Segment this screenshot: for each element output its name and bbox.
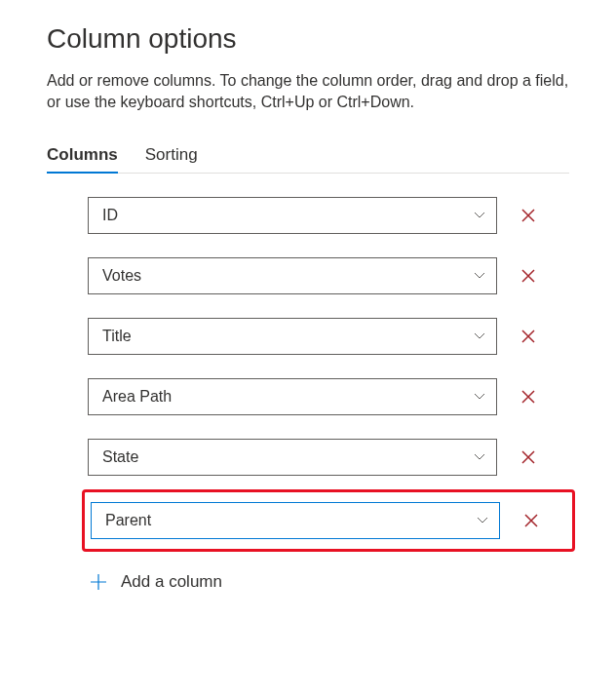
column-select-label: Title: [102, 328, 132, 345]
column-select[interactable]: ID: [88, 197, 497, 234]
remove-column-button[interactable]: [515, 383, 542, 410]
chevron-down-icon: [473, 390, 486, 404]
column-row: State: [88, 439, 569, 476]
column-select-label: Parent: [105, 512, 151, 529]
chevron-down-icon: [473, 209, 486, 222]
chevron-down-icon: [473, 330, 486, 343]
column-select-label: ID: [102, 207, 118, 224]
column-select[interactable]: State: [88, 439, 497, 476]
column-row: Parent: [91, 502, 566, 539]
column-select-label: State: [102, 448, 138, 466]
plus-icon: [88, 571, 109, 593]
remove-column-button[interactable]: [515, 262, 542, 290]
column-select-label: Votes: [102, 267, 141, 285]
remove-column-button[interactable]: [518, 507, 545, 534]
columns-list: ID Votes Title: [47, 197, 569, 593]
chevron-down-icon: [473, 450, 486, 464]
column-select-label: Area Path: [102, 388, 172, 406]
add-column-button[interactable]: Add a column: [88, 571, 569, 593]
tabs: Columns Sorting: [47, 141, 569, 174]
column-row: Title: [88, 318, 569, 355]
column-select[interactable]: Area Path: [88, 378, 497, 415]
column-select[interactable]: Votes: [88, 257, 497, 294]
page-title: Column options: [47, 23, 569, 55]
page-description: Add or remove columns. To change the col…: [47, 70, 569, 114]
column-row: Votes: [88, 257, 569, 294]
tab-sorting[interactable]: Sorting: [145, 141, 198, 173]
column-select[interactable]: Parent: [91, 502, 500, 539]
column-row: ID: [88, 197, 569, 234]
column-row: Area Path: [88, 378, 569, 415]
chevron-down-icon: [473, 269, 486, 283]
remove-column-button[interactable]: [515, 444, 542, 471]
remove-column-button[interactable]: [515, 202, 542, 229]
chevron-down-icon: [476, 514, 489, 527]
remove-column-button[interactable]: [515, 323, 542, 350]
column-select[interactable]: Title: [88, 318, 497, 355]
tab-columns[interactable]: Columns: [47, 141, 118, 173]
highlight-box: Parent: [82, 489, 575, 552]
add-column-label: Add a column: [121, 572, 222, 592]
